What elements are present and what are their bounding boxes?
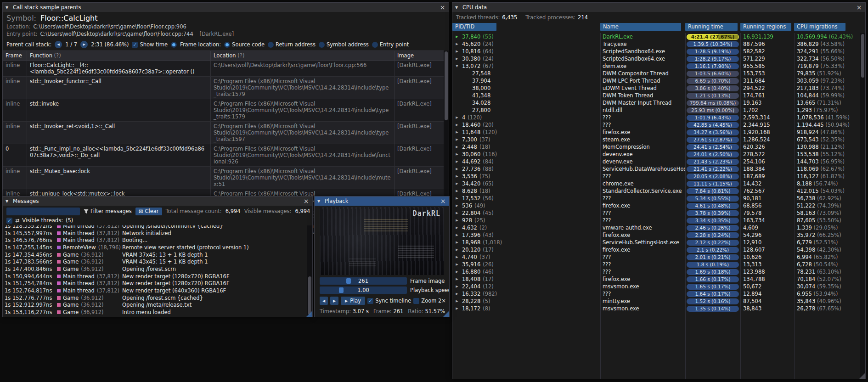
resize-grip[interactable] <box>859 373 865 379</box>
table-row[interactable]: inlinestd::_Invoker_ret<void,1>::_CallC:… <box>3 122 444 144</box>
scrollbar-thumb[interactable] <box>308 276 311 315</box>
table-row[interactable]: ▶18,408(17)firefox.exe1.66 s (0.17%)134,… <box>452 275 860 283</box>
expand-arrow-icon[interactable]: ▶ <box>454 292 460 296</box>
expand-arrow-icon[interactable]: ▶ <box>454 263 460 266</box>
frame-image-slider[interactable]: 261 <box>320 277 407 285</box>
expand-arrow-icon[interactable]: ▶ <box>454 307 460 310</box>
close-icon[interactable]: × <box>303 198 310 204</box>
list-item[interactable]: 1s 151,754,784nsMain thread(37,812)New r… <box>3 280 307 287</box>
expand-arrow-icon[interactable]: ▶ <box>454 42 460 46</box>
table-row[interactable]: ▶10,816(64)ScriptedSandbox64.exe1:28.5 (… <box>452 48 860 55</box>
expand-arrow-icon[interactable]: ▶ <box>454 204 460 208</box>
sync-timeline-checkbox[interactable] <box>367 298 373 304</box>
table-row[interactable]: ▶27,736(88)ServiceHub.DataWarehouseHost.… <box>452 165 860 173</box>
table-row[interactable]: inlinestd::_Invoker_functor::_CallC:\Pro… <box>3 77 444 99</box>
expand-arrow-icon[interactable]: ▶ <box>454 241 460 244</box>
resize-grip[interactable] <box>443 311 449 317</box>
radio-source-code[interactable]: Source code <box>224 41 265 48</box>
table-row[interactable]: 41,348DWM Token Thread1.21 s (0.13%)174,… <box>452 92 860 99</box>
list-item[interactable]: 1s 147,354,456nsGame(36,912)VRAM 37x45: … <box>3 251 307 258</box>
table-row[interactable]: ▶18,460(20)???42.85 s (4.45%)2,344,9151,… <box>452 121 860 129</box>
column-header-running-regions[interactable]: Running regions <box>740 22 794 31</box>
list-item[interactable]: 1s 147,255,145nsRemoteView(18,796)Remote… <box>3 244 307 251</box>
callstack-table-header[interactable]: Frame Function (?) Location (?) Image <box>3 51 444 61</box>
table-row[interactable]: ▶17,396(43)firefox.exe2.28 s (0.24%)54,2… <box>452 231 860 239</box>
radio-dot-icon[interactable] <box>372 42 378 48</box>
radio-return-address[interactable]: Return address <box>268 41 316 48</box>
table-row[interactable]: 37,904DWM LPC Port Thread6.69 s (0.70%)3… <box>452 77 860 84</box>
prev-callstack-button[interactable]: ◀ <box>55 41 62 48</box>
expand-arrow-icon[interactable]: ▼ <box>454 64 460 68</box>
filter-input[interactable] <box>6 208 80 215</box>
collapse-arrow-icon[interactable]: ▼ <box>6 6 10 10</box>
column-header-function[interactable]: Function (?) <box>27 51 210 60</box>
expand-arrow-icon[interactable]: ▶ <box>454 138 460 141</box>
table-row[interactable]: ▶3,536(75)???20.05 s (2.08%)187,689116,1… <box>452 173 860 180</box>
table-row[interactable]: ▶45,620(24)Tracy.exe1:39.5 (10.34%)887,5… <box>452 40 860 48</box>
expand-arrow-icon[interactable]: ▶ <box>454 174 460 178</box>
radio-dot-icon[interactable] <box>319 42 325 48</box>
table-row[interactable]: ▶7,300(37)steam.exe27.61 s (2.87%)1,286,… <box>452 136 860 143</box>
visible-threads-checkbox[interactable] <box>6 218 12 224</box>
vertical-scrollbar[interactable] <box>307 225 312 317</box>
close-icon[interactable]: × <box>440 198 446 204</box>
expand-arrow-icon[interactable]: ▶ <box>454 182 460 185</box>
table-row[interactable]: ▶11,648(120)firefox.exe34.27 s (3.56%)1,… <box>452 129 860 136</box>
expand-arrow-icon[interactable]: ▶ <box>454 285 460 288</box>
table-row[interactable]: ▼13,072(67)dwm.exe1:16.1 (7.90%)955,5857… <box>452 62 860 70</box>
expand-arrow-icon[interactable]: ▶ <box>454 57 460 61</box>
clear-button[interactable]: ⊠ Clear <box>135 208 162 215</box>
list-item[interactable]: 1s 152,912,997nsGame(36,912)Opening /met… <box>3 302 307 309</box>
expand-arrow-icon[interactable]: ▶ <box>454 152 460 156</box>
table-row[interactable]: ▶4(120)???1:01.9 (6.43%)2,593,3141,078,5… <box>452 114 860 121</box>
expand-arrow-icon[interactable]: ▶ <box>454 197 460 200</box>
collapse-arrow-icon[interactable]: ▼ <box>6 199 10 203</box>
table-row[interactable]: 34,028DWM Master Input Thread799.64 ms (… <box>452 99 860 107</box>
vertical-scrollbar[interactable] <box>860 33 865 379</box>
table-row[interactable]: ▶4,632(2)vmware-authd.exe2.46 s (0.26%)4… <box>452 224 860 231</box>
collapse-arrow-icon[interactable]: ▼ <box>317 199 322 203</box>
sync-timeline-checkbox-wrap[interactable]: Sync timeline <box>367 298 411 304</box>
expand-arrow-icon[interactable]: ▶ <box>454 123 460 127</box>
column-header-location[interactable]: Location (?) <box>210 51 394 60</box>
expand-arrow-icon[interactable]: ▶ <box>454 226 460 230</box>
next-frame-button[interactable]: ▶ <box>330 297 338 305</box>
expand-arrow-icon[interactable]: ▶ <box>454 160 460 163</box>
list-item[interactable]: 1s 147,400,846nsGame(36,912)Opening /for… <box>3 265 307 273</box>
table-row[interactable]: ▶8,628(18)StandardCollector.Service.exe7… <box>452 187 860 195</box>
list-item[interactable]: 1s 147,383,566nsGame(36,912)VRAM 43x45: … <box>3 258 307 265</box>
table-row[interactable]: ▶17,532(56)???5.34 s (0.55%)90,18156,738… <box>452 195 860 202</box>
prev-frame-button[interactable]: ◀ <box>320 297 328 305</box>
scrollbar-thumb[interactable] <box>861 34 864 78</box>
table-row[interactable]: ▶18,172(8)msvsmon.exe1.35 s (0.14%)38,84… <box>452 305 860 312</box>
table-row[interactable]: ▶44,692(84)devenv.exe21.43 s (2.23%)254,… <box>452 158 860 165</box>
zoom-checkbox[interactable] <box>413 298 419 304</box>
expand-arrow-icon[interactable]: ▶ <box>454 255 460 259</box>
table-row[interactable]: ▶16,880(46)???1.69 s (0.18%)123,98878,23… <box>452 268 860 275</box>
expand-arrow-icon[interactable]: ▶ <box>454 130 460 134</box>
column-header-image[interactable]: Image <box>394 51 444 60</box>
expand-arrow-icon[interactable]: ▶ <box>454 248 460 252</box>
frame-image[interactable]: DarkRL <box>320 207 444 275</box>
table-row[interactable]: inlinestd::_Mutex_base::lockC:\Program F… <box>3 167 444 189</box>
list-item[interactable]: 1s 150,994,644nsMain thread(37,812)New r… <box>3 273 307 280</box>
radio-dot-icon[interactable] <box>224 42 230 48</box>
expand-arrow-icon[interactable]: ▶ <box>454 270 460 274</box>
expand-arrow-icon[interactable]: ▶ <box>454 116 460 119</box>
list-item[interactable]: 1s 152,764,817nsMain thread(37,812)New r… <box>3 287 307 294</box>
expand-arrow-icon[interactable]: ▶ <box>454 50 460 53</box>
table-row[interactable]: 0std::_Func_impl_no_alloc<<lambda_5bc224… <box>3 144 444 167</box>
table-row[interactable]: inlineFloor::CalcLight::__l4::<lambda_5b… <box>3 61 444 77</box>
table-row[interactable]: ▶35,916(26)???1.8 s (0.19%)13,3136,728 (… <box>452 261 860 268</box>
column-header-name[interactable]: Name <box>600 22 685 31</box>
table-row[interactable]: ▶928(25)???3.34 s (0.35%)163,73487,605 (… <box>452 217 860 224</box>
list-item[interactable]: 1s 153,116,277nsGame(36,912)Intro menu l… <box>3 309 307 316</box>
close-icon[interactable]: × <box>856 4 862 11</box>
table-row[interactable]: ▶20,120(17)firefox.exe2.1 s (0.22%)128,6… <box>452 246 860 253</box>
table-row[interactable]: ▶16,332(982)???1.64 s (0.17%)12,8946,955… <box>452 290 860 298</box>
play-button[interactable]: ▶ Play <box>341 297 365 305</box>
radio-entry-point[interactable]: Entry point <box>372 41 409 48</box>
table-row[interactable]: 27,548DWM Compositor Thread1:03.5 (6.60%… <box>452 70 860 77</box>
playback-speed-slider[interactable]: 1.00 <box>320 286 407 294</box>
expand-arrow-icon[interactable]: ▶ <box>454 233 460 237</box>
